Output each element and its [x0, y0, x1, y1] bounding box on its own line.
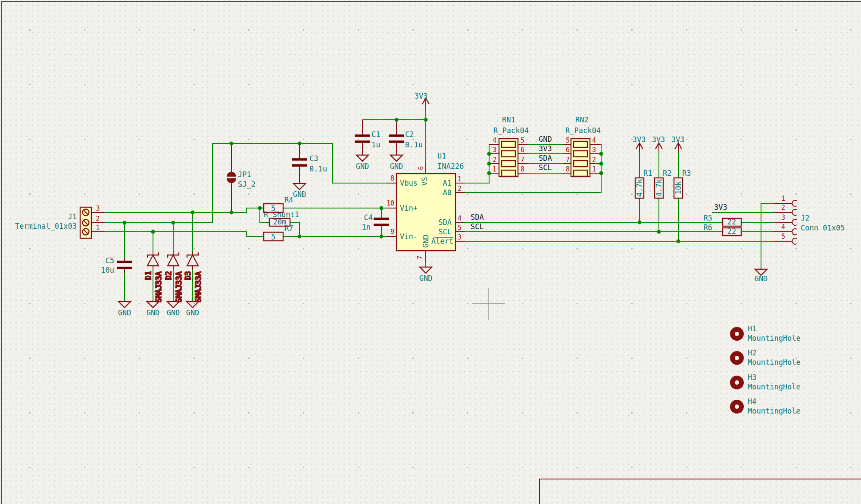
- j1-value: Terminal_01x03: [15, 222, 77, 230]
- j2-pinnum: 2: [781, 204, 785, 212]
- rn2-pinnum: 7: [566, 156, 570, 164]
- rn2-ref: RN2: [575, 115, 589, 124]
- u1-ref: U1: [437, 152, 446, 160]
- mounting-hole-h1[interactable]: H1 MountingHole: [730, 324, 801, 342]
- page-border: [1, 1, 861, 504]
- c1-value: 1u: [371, 140, 380, 149]
- gnd-label: GND: [167, 308, 180, 317]
- resistor-r3[interactable]: R3 10k: [674, 169, 691, 198]
- 3v3-label: 3V3: [671, 135, 685, 144]
- j2-value: Conn_01x05: [801, 224, 845, 232]
- c1-ref: C1: [371, 130, 380, 139]
- h3-value: MountingHole: [748, 383, 801, 391]
- rn1-pinnum: 3: [493, 146, 496, 154]
- net-label-scl[interactable]: SCL: [539, 163, 552, 172]
- capacitor-c3[interactable]: C3 0.1u: [292, 154, 327, 173]
- kicad-schematic-canvas[interactable]: J1 Terminal_01x03 3 2 1 JP1 SJ_2 C1 1u C…: [0, 0, 861, 504]
- jp1-ref: JP1: [238, 170, 251, 179]
- r3-value: 10k: [674, 181, 683, 195]
- j1-pin2: 2: [96, 215, 100, 223]
- capacitor-c4[interactable]: C4 1n: [362, 213, 389, 231]
- u1-pinnum-8: 8: [390, 174, 394, 182]
- net-label-sda[interactable]: SDA: [471, 213, 484, 221]
- r5-ref: R5: [704, 214, 712, 222]
- mounting-hole-h2[interactable]: H2 MountingHole: [730, 348, 801, 367]
- u1-pin-sda: SDA: [438, 218, 452, 227]
- d1-ref: D1: [144, 271, 153, 280]
- u1-pin-a0: A0: [443, 188, 452, 197]
- rn2-pinnum: 2: [592, 156, 596, 164]
- u1-pin-alert: Alert: [431, 237, 453, 246]
- r1-ref: R1: [643, 169, 652, 177]
- j1-pin3: 3: [96, 205, 100, 212]
- resistor-r2[interactable]: R2 4.7k: [655, 169, 671, 198]
- h4-value: MountingHole: [748, 407, 801, 415]
- capacitor-c1[interactable]: C1 1u: [355, 130, 380, 149]
- rn1-pinnum: 7: [521, 156, 524, 164]
- gnd-label: GND: [390, 162, 403, 171]
- mounting-hole-h3[interactable]: H3 MountingHole: [730, 373, 801, 391]
- u1-pin-scl: SCL: [438, 227, 452, 236]
- 3v3-label: 3V3: [415, 92, 428, 100]
- r6-ref: R6: [704, 223, 712, 232]
- r1-value: 4.7k: [635, 179, 644, 197]
- u1-pinnum-4: 4: [458, 215, 462, 222]
- r3-ref: R3: [682, 169, 691, 177]
- r4-ref: R4: [284, 196, 293, 204]
- d3-ref: D3: [184, 271, 192, 280]
- rn2-pinnum: 3: [592, 146, 596, 154]
- u1-pinnum-9: 9: [390, 228, 394, 236]
- rn2-pinnum: 6: [566, 146, 570, 154]
- net-label-scl[interactable]: SCL: [471, 222, 484, 231]
- net-label-sda[interactable]: SDA: [539, 154, 552, 162]
- c2-value: 0.1u: [405, 140, 423, 149]
- jp1-value: SJ_2: [238, 180, 256, 189]
- rn2-pinnum: 5: [566, 137, 570, 144]
- rn2-value: R_Pack04: [565, 126, 601, 135]
- u1-pin-vbus: Vbus: [400, 179, 418, 187]
- mounting-hole-h4[interactable]: H4 MountingHole: [730, 397, 801, 415]
- u1-pinnum-7: 7: [416, 255, 424, 259]
- resistor-pack-rn1[interactable]: RN1 R_Pack04 4 3 2 1 5 6 7 8: [493, 115, 529, 177]
- j2-pinnum: 3: [781, 214, 785, 221]
- c4-ref: C4: [364, 213, 373, 222]
- c3-value: 0.1u: [309, 165, 327, 173]
- j1-ref: J1: [68, 212, 77, 221]
- net-label-3v3[interactable]: 3V3: [539, 144, 552, 153]
- d2-value: SMAJ33A: [175, 271, 183, 302]
- rn1-pinnum: 2: [493, 156, 496, 164]
- gnd-label: GND: [293, 190, 306, 199]
- capacitor-c2[interactable]: C2 0.1u: [389, 130, 423, 149]
- c4-value: 1n: [362, 223, 371, 231]
- 3v3-label: 3V3: [633, 135, 646, 144]
- u1-value: INA226: [437, 162, 464, 171]
- r7-value: 5: [271, 233, 275, 241]
- rn1-value: R_Pack04: [493, 126, 529, 135]
- r7-ref: R7: [284, 224, 293, 233]
- resistor-pack-rn2[interactable]: RN2 R_Pack04 5 6 7 8 4 3 2 1: [565, 115, 601, 177]
- j1-pin1: 1: [96, 224, 100, 232]
- gnd-label: GND: [356, 162, 369, 171]
- h2-ref: H2: [748, 348, 756, 357]
- j2-pinnum: 1: [781, 195, 785, 202]
- net-label-3v3[interactable]: 3V3: [714, 203, 727, 212]
- rn1-pinnum: 8: [521, 165, 524, 173]
- u1-pin-vs: VS: [420, 177, 429, 186]
- connector-j2[interactable]: J2 Conn_01x05 1 2 3 4 5: [781, 195, 845, 244]
- rn1-ref: RN1: [502, 115, 515, 124]
- rn2-pinnum: 8: [566, 165, 570, 173]
- d2-ref: D2: [164, 271, 173, 280]
- net-label-gnd[interactable]: GND: [539, 135, 552, 143]
- u1-pin-vinn: Vin-: [400, 232, 418, 241]
- d3-value: SMAJ33A: [194, 271, 203, 302]
- c5-ref: C5: [106, 256, 114, 265]
- r2-ref: R2: [663, 169, 671, 177]
- capacitor-c5[interactable]: C5 10u: [101, 256, 132, 274]
- connector-j1[interactable]: J1 Terminal_01x03 3 2 1: [15, 205, 100, 238]
- resistor-r1[interactable]: R1 4.7k: [635, 169, 652, 198]
- h1-value: MountingHole: [748, 334, 801, 342]
- gnd-label: GND: [118, 308, 131, 317]
- gnd-label: GND: [147, 308, 160, 317]
- j2-pinnum: 5: [781, 233, 785, 240]
- rn2-pinnum: 1: [592, 165, 596, 173]
